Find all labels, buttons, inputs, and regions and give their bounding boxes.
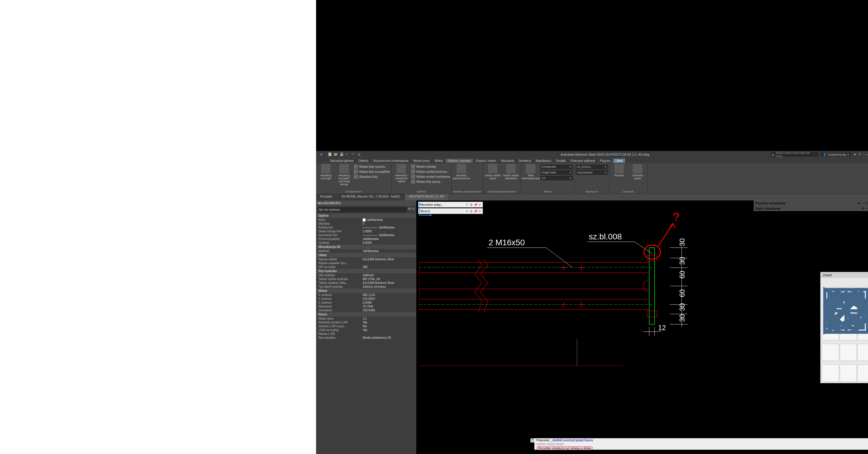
ribbon-tab[interactable]: Obiekty — [356, 159, 371, 163]
ribbon-tab[interactable]: Układ — [613, 159, 625, 163]
ribbon-small-button[interactable]: Wstaw etykietę — [411, 164, 450, 169]
qat-print-icon[interactable]: 🖨 — [357, 153, 362, 157]
help-icon[interactable]: ? — [859, 153, 860, 156]
property-category[interactable]: Układ — [316, 253, 416, 257]
property-row[interactable]: Rodzaj liniiJakWarstwa — [316, 226, 416, 229]
ribbon-big-button[interactable]: Wymiary parametryczne — [453, 164, 470, 180]
property-row[interactable]: Y centrum510.0810 — [316, 297, 416, 301]
property-row[interactable]: Styl wizualnyModel szkieletowy 2D — [316, 336, 416, 339]
property-row[interactable]: Szerokość150.6368 — [316, 309, 416, 312]
property-row[interactable]: X centrum405.1116 — [316, 293, 416, 297]
signin-button[interactable]: 👤 Zarejestruj się ▾ — [820, 153, 851, 157]
property-row[interactable]: PrzezroczystośćJakWarstwa — [316, 237, 416, 241]
property-category[interactable]: Widok — [316, 289, 416, 293]
ribbon-combo[interactable]: AS_RADIAL▼ — [576, 164, 608, 169]
qat-open-icon[interactable]: 📂 — [334, 153, 338, 157]
cmd-result: Wszystkie odsyłacze już istnieją w detal… — [536, 446, 593, 450]
property-category[interactable]: Różne — [316, 312, 416, 317]
property-row[interactable]: Tabela stylów wydrukuBIK STAL.ctb — [316, 277, 416, 281]
ribbon-big-button[interactable]: Chmurka wersji — [629, 164, 646, 180]
ribbon-icon — [488, 164, 497, 173]
property-category[interactable]: Ogólne — [316, 214, 416, 218]
drawing-canvas[interactable]: Menedżer połąc... 🏳⚙📌✕ Wzorce 🏳⚙📌✕ Proce… — [416, 200, 868, 454]
selection-dropdown[interactable]: Nic nie wybrano — [318, 207, 407, 212]
ribbon-icon — [339, 164, 349, 173]
property-category[interactable]: Styl wydruku — [316, 269, 416, 273]
ribbon-big-button[interactable]: Aktualizuj szczegół i zachowaj wersję — [336, 164, 352, 186]
property-row[interactable]: Nazwa LUW — [316, 332, 416, 336]
property-row[interactable]: Typ tabeli wydrukuZależny od koloru — [316, 285, 416, 289]
ribbon-tab[interactable]: Widok — [432, 159, 445, 163]
ribbon-tab[interactable]: Eksport i import — [473, 159, 498, 163]
property-row[interactable]: DPI na raster300 — [316, 265, 416, 269]
ribbon-icon — [321, 164, 331, 173]
qat-save-icon[interactable]: 💾 — [340, 153, 344, 157]
search-keyword-input[interactable]: ▶Wpisz słowo kluczowe lub frazę — [771, 152, 818, 157]
property-row[interactable]: Nazwa ustawień stro... — [316, 261, 416, 265]
svg-rect-18 — [647, 311, 657, 317]
ribbon-big-button[interactable]: Utwórz widok cięcia — [484, 164, 501, 180]
property-category[interactable]: Wizualizacja 3D — [316, 245, 416, 249]
ribbon-tab[interactable]: Dodatki — [553, 159, 568, 163]
ribbon-tab[interactable]: Narzędzia główne — [328, 159, 356, 163]
command-bar[interactable]: × Polecenie: _AstM4CommDetUpdateTokens w… — [534, 438, 868, 450]
property-row[interactable]: Tabela wydruku dołą...A1x1400 Advance St… — [316, 281, 416, 285]
ribbon-tab[interactable]: Rozszerzone modelowanie — [371, 159, 411, 163]
ribbon-big-button[interactable]: Menedżer zawartości etykiet — [393, 164, 410, 183]
qat-redo-icon[interactable]: ↷ — [351, 153, 355, 157]
qat-undo-icon[interactable]: ↶ — [346, 153, 350, 157]
ribbon-small-button[interactable]: Wstaw listę rysunku — [354, 164, 390, 169]
ribbon-tab[interactable]: Etykiety i wymiary — [445, 159, 473, 163]
ribbon-panel: RzutniaChmurka wersjiZnacznik — [610, 163, 648, 194]
property-row[interactable]: Skala opisu1:1 — [316, 317, 416, 320]
workspace: WŁAŚCIWOŚCI Nic nie wybrano ▦ ▤ OgólneKo… — [316, 200, 868, 454]
exchange-icon[interactable]: ✕ — [854, 153, 856, 157]
ribbon-tab[interactable]: Narzędzia — [499, 159, 517, 163]
ribbon-small-button[interactable]: Wstaw listę szczegółów — [354, 169, 390, 174]
property-row[interactable]: Wyświetl symbol LUWTak — [316, 320, 416, 324]
ribbon-combo[interactable]: Użyj bieżącej▼ — [576, 170, 608, 175]
document-tab[interactable]: AS MODEL Biacolor DG...7.2019(3) - final… — [337, 194, 404, 200]
ribbon-big-button[interactable]: Aktualizuj szczegół — [317, 164, 334, 180]
property-row[interactable]: KolorJakWarstwa — [316, 218, 416, 222]
ribbon-small-button[interactable]: Wstaw symbol nachylenia — [411, 174, 450, 179]
document-tab[interactable]: Początek — [316, 194, 337, 200]
ribbon-tab[interactable]: Polecane aplikacje — [568, 159, 597, 163]
ribbon-tab[interactable]: Plug-ins — [598, 159, 613, 163]
cmdbar-close-icon[interactable]: × — [530, 439, 534, 443]
property-row[interactable]: Symbol LUW w poc...Nie — [316, 324, 416, 328]
property-row[interactable]: LUW na rzutnięTak — [316, 328, 416, 332]
ribbon-big-button[interactable]: Tekst wielowierszowy — [522, 164, 539, 180]
property-row[interactable]: Skala rodzaju linii1.0000 — [316, 229, 416, 233]
property-row[interactable]: Z centrum0.0000 — [316, 301, 416, 304]
ribbon-tab[interactable]: Renderuj — [517, 159, 533, 163]
ribbon-combo[interactable]: STANDARD▼ — [540, 164, 573, 169]
quickselect-icon[interactable]: ▦ — [408, 207, 411, 212]
property-row[interactable]: Nazwa układuA1x1400 Advance Steel — [316, 257, 416, 261]
ribbon-panel: Utwórz widok cięciaUtwórz widok odwołani… — [483, 163, 521, 194]
property-row[interactable]: MateriałJakWarstwa — [316, 249, 416, 253]
property-row[interactable]: Styl wydrukuJakKolor — [316, 273, 416, 277]
ribbon-combo[interactable]: Znajdź tekst▼ — [540, 170, 573, 175]
ribbon-combo[interactable]: 2.5▼ — [540, 176, 573, 181]
ribbon-big-button[interactable]: Rzutnia — [611, 164, 628, 177]
ribbon-tab[interactable]: Wyniki pracy — [411, 159, 432, 163]
qat-new-icon[interactable]: 📄 — [328, 153, 332, 157]
ribbon-big-button[interactable]: Utwórz widok odwołania — [502, 164, 520, 180]
ribbon-small-button[interactable]: Wstaw linię spoiny — [411, 180, 450, 184]
property-row[interactable]: Szerokość liniiJakWarstwa — [316, 233, 416, 237]
cmd-line2: wybierz widok detalu: — [536, 443, 564, 446]
select-prev-icon[interactable]: ▤ — [412, 207, 414, 212]
property-row[interactable]: Warstwa0 — [316, 222, 416, 226]
ribbon-tab[interactable]: Współpraca — [533, 159, 553, 163]
document-tab[interactable]: 010-POZYCJA SZ.1.2.-A3* — [405, 194, 449, 200]
property-row[interactable]: Grubość0.0000 — [316, 241, 416, 245]
ribbon-small-button[interactable]: Aktualizuj listy — [354, 174, 390, 179]
window-minimize-button[interactable]: — — [863, 151, 868, 158]
property-row[interactable]: Wysokość79.7994 — [316, 304, 416, 309]
dim-1: 30 — [678, 238, 686, 246]
ribbon-small-button[interactable]: Wstaw symbol poziomu — [411, 169, 450, 174]
svg-point-34 — [644, 245, 660, 259]
app-logo[interactable]: A — [317, 151, 326, 158]
bolt-label: 2 M16x50 — [489, 238, 525, 247]
